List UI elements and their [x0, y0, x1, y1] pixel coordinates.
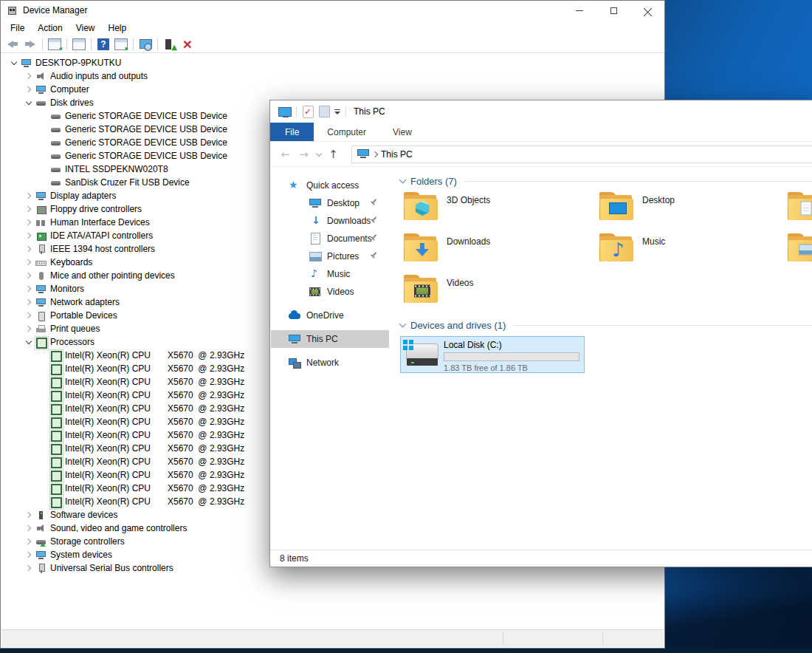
- sidebar-onedrive[interactable]: OneDrive: [271, 307, 389, 324]
- help-button[interactable]: [94, 36, 112, 52]
- qat-properties-button[interactable]: [300, 104, 316, 119]
- tree-chevron-icon[interactable]: [22, 216, 35, 229]
- tree-chevron-icon[interactable]: [22, 189, 35, 202]
- device-tree-item[interactable]: Audio inputs and outputs: [1, 69, 664, 83]
- tree-chevron-icon[interactable]: [22, 83, 35, 96]
- tab-file[interactable]: File: [270, 123, 314, 141]
- tree-chevron-icon[interactable]: [22, 548, 35, 561]
- folder-tile-3d-objects[interactable]: 3D Objects: [404, 191, 596, 229]
- tree-chevron-icon[interactable]: [37, 482, 50, 495]
- tree-chevron-icon[interactable]: [37, 442, 50, 455]
- device-label: Intel(R) Xeon(R) CPU: [65, 496, 151, 507]
- tree-chevron-icon[interactable]: [37, 123, 50, 136]
- tree-chevron-icon[interactable]: [22, 508, 35, 522]
- tree-chevron-icon[interactable]: [22, 335, 35, 349]
- tree-chevron-icon[interactable]: [37, 428, 50, 442]
- collapse-chevron-icon[interactable]: [397, 321, 407, 329]
- tree-chevron-icon[interactable]: [37, 468, 50, 482]
- tree-chevron-icon[interactable]: [22, 561, 35, 575]
- tree-chevron-icon[interactable]: [37, 402, 50, 415]
- tree-chevron-icon[interactable]: [22, 535, 35, 548]
- tree-chevron-icon[interactable]: [22, 522, 35, 535]
- tree-chevron-icon[interactable]: [22, 282, 35, 295]
- device-tree-item[interactable]: Computer: [1, 83, 664, 96]
- device-label-detail: X5670 @ 2.93GHz: [168, 443, 244, 454]
- toolbar-separator: [154, 36, 161, 52]
- local-disk-tile[interactable]: Local Disk (C:) 1.83 TB free of 1.86 TB: [400, 336, 585, 373]
- sidebar-network[interactable]: Network: [271, 354, 389, 372]
- folder-tile-downloads[interactable]: Downloads: [404, 232, 596, 270]
- folders-group-header[interactable]: Folders (7): [397, 174, 812, 188]
- forward-button[interactable]: [21, 36, 39, 52]
- tree-chevron-icon[interactable]: [22, 269, 35, 282]
- menu-help[interactable]: Help: [102, 21, 134, 35]
- folder-tile-pictures-partial[interactable]: [788, 232, 812, 270]
- sidebar-videos[interactable]: Videos: [271, 283, 389, 301]
- tree-chevron-icon[interactable]: [37, 375, 50, 389]
- breadcrumb-chevron-icon[interactable]: [369, 152, 381, 157]
- sidebar-pictures[interactable]: Pictures: [271, 247, 389, 265]
- nav-back-button[interactable]: [276, 146, 295, 163]
- tree-chevron-icon[interactable]: [22, 69, 35, 83]
- properties-button[interactable]: [70, 36, 88, 52]
- folder-tile-music[interactable]: Music: [599, 232, 791, 270]
- tree-chevron-icon[interactable]: [37, 149, 50, 163]
- tree-chevron-icon[interactable]: [22, 96, 35, 109]
- back-button[interactable]: [4, 36, 21, 52]
- tree-chevron-icon[interactable]: [22, 295, 35, 309]
- device-tree-item[interactable]: DESKTOP-9PKUTKU: [1, 56, 664, 69]
- nav-up-button[interactable]: [324, 146, 343, 163]
- tree-chevron-icon[interactable]: [37, 136, 50, 149]
- address-bar[interactable]: This PC: [351, 146, 812, 163]
- qat-customize-dropdown[interactable]: [332, 104, 343, 119]
- tab-computer[interactable]: Computer: [314, 123, 379, 141]
- folder-tile-videos[interactable]: Videos: [404, 273, 596, 312]
- tree-chevron-icon[interactable]: [37, 362, 50, 375]
- tree-chevron-icon[interactable]: [22, 309, 35, 322]
- device-icon: [35, 510, 47, 520]
- menu-view[interactable]: View: [69, 21, 102, 35]
- tree-chevron-icon[interactable]: [7, 56, 21, 69]
- devices-group-header[interactable]: Devices and drives (1): [397, 318, 812, 332]
- tree-chevron-icon[interactable]: [37, 415, 50, 428]
- sidebar-desktop[interactable]: Desktop: [271, 194, 389, 212]
- sidebar-documents[interactable]: Documents: [271, 230, 389, 247]
- maximize-button[interactable]: [596, 1, 630, 20]
- tree-chevron-icon[interactable]: [22, 322, 35, 335]
- sidebar-quick-access[interactable]: Quick access: [271, 177, 389, 194]
- update-driver-button[interactable]: [161, 36, 179, 52]
- minimize-button[interactable]: [562, 1, 596, 20]
- show-console-tree-button[interactable]: [46, 36, 63, 52]
- nav-recent-locations-dropdown[interactable]: [313, 146, 324, 163]
- sidebar-music[interactable]: Music: [271, 265, 389, 283]
- tree-chevron-icon[interactable]: [37, 163, 50, 176]
- qat-new-folder-button[interactable]: [316, 104, 332, 119]
- tab-view[interactable]: View: [379, 123, 425, 141]
- device-label: Software devices: [50, 510, 117, 520]
- uninstall-device-button[interactable]: [179, 36, 196, 52]
- tree-chevron-icon[interactable]: [22, 256, 35, 269]
- tree-chevron-icon[interactable]: [37, 389, 50, 402]
- explorer-statusbar: 8 items: [270, 550, 812, 567]
- menu-file[interactable]: File: [4, 21, 31, 35]
- tree-chevron-icon[interactable]: [37, 349, 50, 362]
- tree-chevron-icon[interactable]: [37, 495, 50, 508]
- collapse-chevron-icon[interactable]: [397, 177, 407, 185]
- menu-action[interactable]: Action: [31, 21, 69, 35]
- tree-chevron-icon[interactable]: [22, 229, 35, 242]
- sidebar-this-pc[interactable]: This PC: [271, 330, 389, 348]
- folder-icon: [404, 192, 438, 220]
- tree-chevron-icon[interactable]: [37, 176, 50, 189]
- folder-tile-desktop[interactable]: Desktop: [599, 191, 791, 229]
- tree-chevron-icon[interactable]: [22, 242, 35, 256]
- action-pane-button[interactable]: [112, 36, 130, 52]
- tree-chevron-icon[interactable]: [22, 202, 35, 216]
- tree-chevron-icon[interactable]: [37, 109, 50, 123]
- device-icon: [35, 338, 47, 347]
- tree-chevron-icon[interactable]: [37, 455, 50, 468]
- sidebar-downloads[interactable]: Downloads: [271, 212, 389, 230]
- folder-tile-documents-partial[interactable]: [788, 191, 812, 229]
- nav-forward-button[interactable]: [295, 146, 313, 163]
- scan-hardware-changes-button[interactable]: [137, 36, 154, 52]
- close-button[interactable]: [630, 1, 664, 20]
